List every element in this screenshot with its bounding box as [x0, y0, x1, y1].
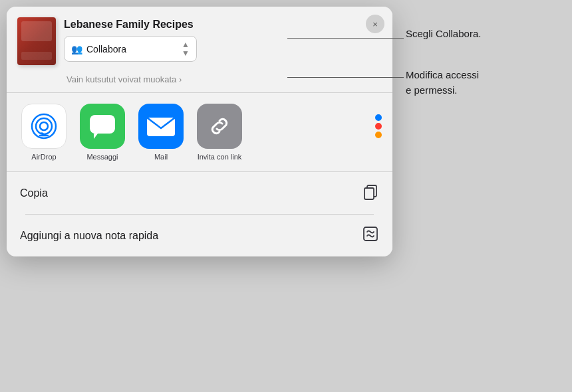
scene: Lebanese Family Recipes 👥 Collabora ▲ ▼ … [0, 0, 572, 392]
line2 [287, 77, 404, 78]
people-icon: 👥 [71, 44, 82, 54]
permissions-text: Vain kutsutut voivat muokata [67, 74, 176, 84]
mail-icon-container [138, 104, 184, 149]
annotation-permessi-text: Modifica accessi e permessi. [406, 68, 479, 98]
modifica-accessi-label: Modifica accessi e permessi. [406, 68, 479, 98]
permissions-row[interactable]: Vain kutsutut voivat muokata › [7, 72, 392, 92]
mail-label: Mail [154, 153, 168, 161]
action-row-nota-rapida[interactable]: Aggiungi a nuova nota rapida [16, 215, 383, 256]
quicknote-icon-svg [362, 225, 379, 243]
app-item-mail[interactable]: Mail [134, 104, 188, 161]
scegli-collabora-label: Scegli Collabora. [406, 28, 481, 39]
share-panel: Lebanese Family Recipes 👥 Collabora ▲ ▼ … [7, 7, 392, 256]
annotation-collabora-line [287, 38, 404, 39]
link-svg [205, 112, 234, 141]
link-icon-container [197, 104, 242, 149]
collabora-dropdown[interactable]: 👥 Collabora ▲ ▼ [64, 36, 197, 62]
svg-rect-5 [90, 115, 115, 134]
book-thumbnail [17, 17, 56, 65]
more-dots [375, 104, 382, 138]
dropdown-arrows: ▲ ▼ [182, 41, 190, 57]
svg-point-0 [40, 122, 48, 130]
action-row-copia[interactable]: Copia [16, 172, 383, 214]
actions-section: Copia Aggiungi a nuova nota rapida [7, 172, 392, 256]
collabora-label: Collabora [86, 44, 178, 54]
apps-section: AirDrop Messaggi [7, 93, 392, 171]
airdrop-icon-container [21, 104, 67, 149]
link-label: Invita con link [198, 153, 242, 161]
dot-blue [375, 114, 382, 121]
svg-point-1 [36, 118, 52, 134]
copy-icon-svg [362, 183, 379, 200]
messaggi-label: Messaggi [86, 153, 118, 161]
permissions-arrow: › [179, 75, 182, 84]
line1 [287, 38, 404, 39]
app-item-airdrop[interactable]: AirDrop [17, 104, 71, 161]
svg-marker-6 [94, 134, 98, 139]
messaggi-icon-container [80, 104, 125, 149]
header-content: Lebanese Family Recipes 👥 Collabora ▲ ▼ [64, 17, 382, 62]
copia-icon [362, 183, 379, 203]
mail-svg [146, 115, 176, 138]
annotation-collabora-text: Scegli Collabora. [406, 28, 481, 40]
messages-svg [88, 114, 116, 139]
dot-orange [375, 132, 382, 138]
svg-rect-9 [364, 188, 374, 199]
airdrop-label: AirDrop [31, 153, 56, 161]
annotation-permessi-line [287, 77, 404, 78]
copia-label: Copia [20, 187, 48, 199]
nota-rapida-label: Aggiungi a nuova nota rapida [20, 230, 158, 242]
close-button[interactable]: × [366, 15, 384, 33]
dot-red [375, 123, 382, 130]
app-item-link[interactable]: Invita con link [193, 104, 246, 161]
panel-header: Lebanese Family Recipes 👥 Collabora ▲ ▼ … [7, 7, 392, 72]
app-items: AirDrop Messaggi [17, 104, 375, 161]
app-item-messaggi[interactable]: Messaggi [76, 104, 129, 161]
nota-rapida-icon [362, 225, 379, 246]
svg-rect-10 [364, 227, 377, 241]
book-title: Lebanese Family Recipes [64, 19, 382, 31]
airdrop-svg [29, 112, 59, 141]
